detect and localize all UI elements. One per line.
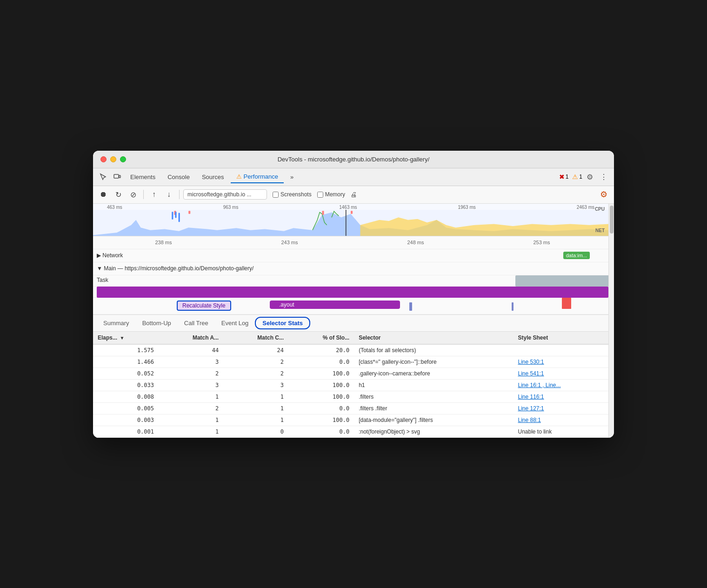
record-button[interactable]: ⏺ bbox=[97, 188, 110, 201]
cell-stylesheet-6[interactable]: Line 88:1 bbox=[513, 414, 608, 426]
layout-box[interactable]: .ayout bbox=[270, 301, 400, 309]
main-content: 463 ms 963 ms 1463 ms 1963 ms 2463 ms bbox=[93, 204, 614, 438]
col-elapsed[interactable]: Elaps... ▼ bbox=[93, 332, 159, 344]
clear-button[interactable]: ⊘ bbox=[127, 188, 140, 201]
cell-stylesheet-2[interactable]: Line 541:1 bbox=[513, 368, 608, 379]
stylesheet-link-6[interactable]: Line 88:1 bbox=[518, 417, 540, 423]
svg-rect-5 bbox=[351, 211, 353, 214]
tab-console[interactable]: Console bbox=[162, 170, 195, 183]
cell-match-a-7: 1 bbox=[159, 426, 223, 437]
scrollbar-thumb[interactable] bbox=[610, 206, 614, 234]
close-button[interactable] bbox=[100, 156, 107, 162]
tab-call-tree[interactable]: Call Tree bbox=[178, 317, 215, 329]
main-track[interactable]: Main — https://microsoftedge.github.io/D… bbox=[93, 262, 608, 275]
col-match-a[interactable]: Match A... bbox=[159, 332, 223, 344]
tab-selector-stats[interactable]: Selector Stats bbox=[255, 317, 310, 329]
screenshots-checkbox-group[interactable]: Screenshots bbox=[273, 191, 312, 198]
tab-more[interactable]: » bbox=[285, 170, 299, 183]
download-button[interactable]: ↓ bbox=[162, 188, 175, 201]
recalc-bar bbox=[97, 287, 608, 298]
main-track-label: Main — https://microsoftedge.github.io/D… bbox=[97, 265, 253, 272]
ruler-tick-2: 243 ms bbox=[227, 240, 353, 245]
memory-checkbox-group[interactable]: Memory bbox=[317, 191, 345, 198]
cpu-label: CPU bbox=[595, 207, 605, 212]
cell-match-a-4: 1 bbox=[159, 391, 223, 402]
cell-pct-1: 0.0 bbox=[288, 356, 354, 368]
col-pct[interactable]: % of Slo... bbox=[288, 332, 354, 344]
maximize-button[interactable] bbox=[120, 156, 126, 162]
col-stylesheet[interactable]: Style Sheet bbox=[513, 332, 608, 344]
traffic-lights bbox=[100, 156, 126, 162]
cell-match-c-3: 3 bbox=[223, 379, 288, 391]
screenshots-checkbox[interactable] bbox=[273, 192, 279, 198]
ruler-mark-4: 1963 ms bbox=[458, 205, 475, 210]
cell-pct-3: 100.0 bbox=[288, 379, 354, 391]
recalculate-style-box[interactable]: Recalculate Style bbox=[177, 301, 231, 311]
cell-stylesheet-1[interactable]: Line 530:1 bbox=[513, 356, 608, 368]
bottom-panel: Summary Bottom-Up Call Tree Event Log Se… bbox=[93, 314, 608, 438]
memory-label: Memory bbox=[325, 191, 345, 198]
cell-match-a-3: 3 bbox=[159, 379, 223, 391]
reload-button[interactable]: ↻ bbox=[112, 188, 125, 201]
printer-icon-button[interactable]: 🖨 bbox=[347, 188, 360, 201]
minimize-button[interactable] bbox=[110, 156, 116, 162]
cell-selector-0: (Totals for all selectors) bbox=[354, 344, 513, 356]
tab-elements[interactable]: Elements bbox=[125, 170, 161, 183]
cpu-chart bbox=[93, 210, 608, 236]
cell-match-c-2: 2 bbox=[223, 368, 288, 379]
stylesheet-link-5[interactable]: Line 127:1 bbox=[518, 405, 544, 412]
stylesheet-link-1[interactable]: Line 530:1 bbox=[518, 359, 544, 365]
recalc-row: Recalculate Style bbox=[93, 287, 608, 298]
cell-elapsed-6: 0.003 bbox=[93, 414, 159, 426]
cell-stylesheet-5[interactable]: Line 127:1 bbox=[513, 402, 608, 414]
device-toolbar-icon[interactable] bbox=[111, 170, 124, 183]
upload-button[interactable]: ↑ bbox=[147, 188, 160, 201]
cell-elapsed-7: 0.001 bbox=[93, 426, 159, 437]
cell-pct-0: 20.0 bbox=[288, 344, 354, 356]
stylesheet-link-2[interactable]: Line 541:1 bbox=[518, 370, 544, 377]
stylesheet-link-4[interactable]: Line 116:1 bbox=[518, 394, 544, 400]
svg-rect-0 bbox=[114, 174, 119, 178]
col-pct-label: % of Slo... bbox=[323, 334, 349, 341]
table-row: 1.575 44 24 20.0 (Totals for all selecto… bbox=[93, 344, 608, 356]
settings-button[interactable]: ⚙ bbox=[583, 170, 596, 183]
cell-selector-5: .filters .filter bbox=[354, 402, 513, 414]
col-match-c[interactable]: Match C... bbox=[223, 332, 288, 344]
flamechart-row[interactable]: Recalculate Style .ayout bbox=[93, 298, 608, 314]
cell-match-c-5: 1 bbox=[223, 402, 288, 414]
window-title: DevTools - microsoftedge.github.io/Demos… bbox=[278, 156, 430, 163]
table-row: 0.003 1 1 100.0 [data-module="gallery"] … bbox=[93, 414, 608, 426]
task-label: Task bbox=[97, 277, 108, 283]
tab-summary[interactable]: Summary bbox=[97, 317, 136, 329]
cell-match-a-6: 1 bbox=[159, 414, 223, 426]
timeline-overview[interactable]: 463 ms 963 ms 1463 ms 1963 ms 2463 ms bbox=[93, 204, 608, 236]
cell-stylesheet-4[interactable]: Line 116:1 bbox=[513, 391, 608, 402]
content-area: 463 ms 963 ms 1463 ms 1963 ms 2463 ms bbox=[93, 204, 608, 438]
scrollbar[interactable] bbox=[608, 204, 614, 438]
cell-match-a-0: 44 bbox=[159, 344, 223, 356]
cell-selector-2: .gallery-icon--camera::before bbox=[354, 368, 513, 379]
memory-checkbox[interactable] bbox=[317, 192, 323, 198]
table-header-row: Elaps... ▼ Match A... Match C... % of Sl… bbox=[93, 332, 608, 344]
table-row: 0.052 2 2 100.0 .gallery-icon--camera::b… bbox=[93, 368, 608, 379]
cell-selector-1: [class*=" gallery-icon--"]::before bbox=[354, 356, 513, 368]
col-selector[interactable]: Selector bbox=[354, 332, 513, 344]
stylesheet-link-3[interactable]: Line 16:1 , Line... bbox=[518, 382, 560, 388]
task-box-2 bbox=[512, 302, 514, 311]
cell-pct-6: 100.0 bbox=[288, 414, 354, 426]
cell-stylesheet-3[interactable]: Line 16:1 , Line... bbox=[513, 379, 608, 391]
tab-performance[interactable]: ⚠ Performance bbox=[231, 170, 284, 183]
cell-pct-5: 0.0 bbox=[288, 402, 354, 414]
more-options-button[interactable]: ⋮ bbox=[597, 170, 610, 183]
cell-selector-7: :not(foreignObject) > svg bbox=[354, 426, 513, 437]
performance-settings-button[interactable]: ⚙ bbox=[597, 188, 610, 201]
table-row: 0.008 1 1 100.0 .filters Line 116:1 bbox=[93, 391, 608, 402]
tab-bottom-up[interactable]: Bottom-Up bbox=[136, 317, 178, 329]
pointer-icon[interactable] bbox=[97, 170, 110, 183]
tab-sources[interactable]: Sources bbox=[196, 170, 230, 183]
tab-event-log[interactable]: Event Log bbox=[215, 317, 255, 329]
svg-rect-4 bbox=[322, 211, 324, 215]
ruler-tick-3: 248 ms bbox=[353, 240, 479, 245]
cell-elapsed-4: 0.008 bbox=[93, 391, 159, 402]
network-track[interactable]: Network data:im... bbox=[93, 249, 608, 262]
